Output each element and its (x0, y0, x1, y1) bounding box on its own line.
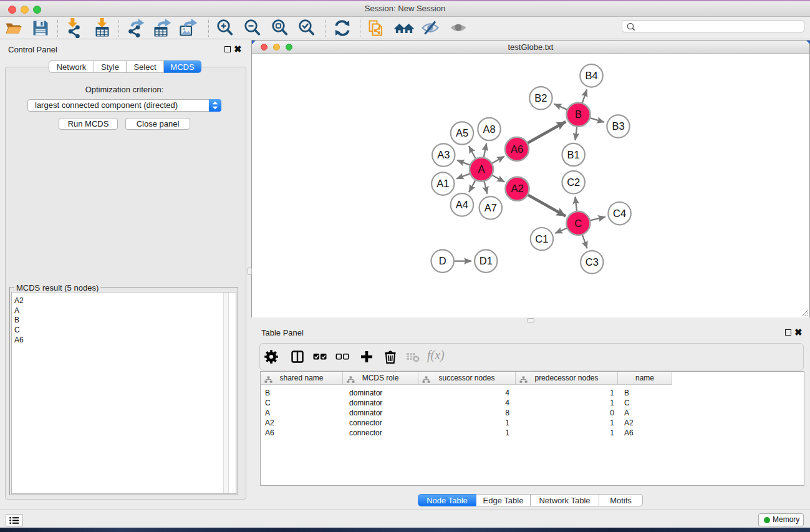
svg-text:B3: B3 (612, 120, 624, 132)
svg-text:B4: B4 (585, 70, 597, 81)
svg-text:B: B (575, 109, 582, 120)
svg-text:C4: C4 (613, 208, 626, 219)
svg-text:A4: A4 (456, 199, 468, 210)
svg-text:C: C (574, 218, 582, 229)
svg-text:A3: A3 (437, 149, 450, 160)
svg-text:B2: B2 (534, 92, 547, 104)
svg-text:C2: C2 (567, 177, 580, 188)
svg-text:A2: A2 (511, 183, 523, 194)
svg-text:C3: C3 (586, 256, 599, 268)
svg-text:B1: B1 (567, 149, 580, 160)
svg-text:A1: A1 (436, 178, 449, 189)
svg-text:A6: A6 (511, 143, 523, 155)
svg-text:A: A (478, 163, 485, 175)
svg-text:D1: D1 (480, 255, 493, 266)
svg-text:A8: A8 (483, 123, 495, 135)
svg-text:A5: A5 (456, 127, 468, 138)
svg-text:C1: C1 (535, 233, 548, 244)
svg-text:D: D (439, 255, 446, 266)
svg-text:A7: A7 (485, 202, 497, 213)
